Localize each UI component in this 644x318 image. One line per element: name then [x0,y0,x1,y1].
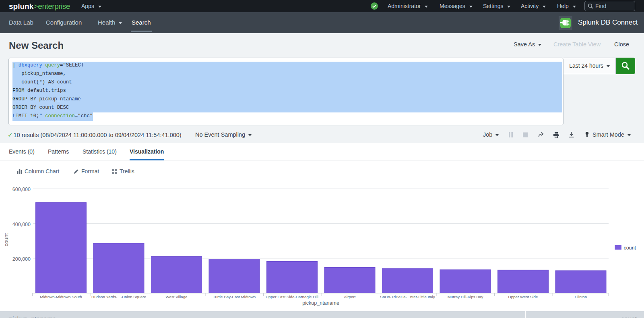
svg-text:Upper West Side: Upper West Side [508,295,538,299]
svg-text:SoHo-TriBeCa-...nter-Little It: SoHo-TriBeCa-...nter-Little Italy [380,295,435,299]
svg-text:Clinton: Clinton [575,295,587,299]
svg-text:600,000: 600,000 [12,187,31,192]
svg-text:pickup_ntaname: pickup_ntaname [302,300,339,306]
svg-text:West Village: West Village [165,295,188,299]
svg-text:Murray Hill-Kips Bay: Murray Hill-Kips Bay [448,295,483,299]
svg-text:Turtle Bay-East Midtown: Turtle Bay-East Midtown [213,295,256,299]
svg-text:count: count [3,233,9,246]
svg-text:200,000: 200,000 [12,256,31,262]
svg-text:Upper East Side-Carnegie Hill: Upper East Side-Carnegie Hill [266,295,318,299]
svg-text:Airport: Airport [344,295,356,299]
svg-text:Hudson Yards-...-Union Square: Hudson Yards-...-Union Square [91,295,146,299]
svg-text:count: count [624,245,636,251]
svg-text:Midtown-Midtown South: Midtown-Midtown South [40,295,82,299]
svg-text:400,000: 400,000 [12,222,31,227]
